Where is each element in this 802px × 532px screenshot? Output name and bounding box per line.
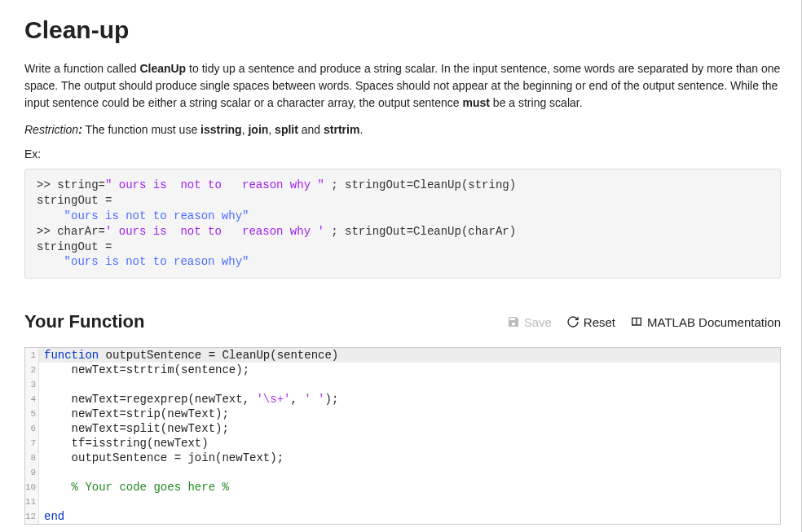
line-number: 1 — [25, 348, 39, 363]
line-number: 3 — [25, 377, 39, 392]
line-number: 11 — [25, 495, 39, 509]
reset-icon — [566, 315, 579, 328]
example-block: >> string=" ours is not to reason why " … — [24, 169, 781, 279]
problem-description: Write a function called CleanUp to tidy … — [24, 60, 781, 112]
line-number: 7 — [25, 436, 39, 451]
code-line[interactable]: newText=strtrim(sentence); — [39, 363, 780, 377]
code-line[interactable]: % Your code goes here % — [39, 480, 780, 495]
line-number: 4 — [25, 392, 39, 407]
restriction-line: Restriction: The function must use isstr… — [24, 123, 781, 136]
line-number: 10 — [25, 480, 39, 495]
editor-actions: Save Reset MATLAB Documentation — [507, 315, 781, 329]
line-number: 6 — [25, 421, 39, 436]
code-line[interactable]: newText=strip(newText); — [39, 407, 780, 421]
code-line[interactable]: end — [39, 509, 780, 524]
code-line[interactable]: function outputSentence = CleanUp(senten… — [39, 348, 780, 363]
code-line[interactable] — [39, 495, 780, 509]
line-number: 2 — [25, 363, 39, 377]
line-number: 12 — [25, 509, 39, 524]
code-line[interactable]: tf=isstring(newText) — [39, 436, 780, 451]
code-line[interactable]: newText=regexprep(newText, '\s+', ' '); — [39, 392, 780, 407]
line-number: 5 — [25, 407, 39, 421]
page-title: Clean-up — [24, 16, 781, 44]
your-function-heading: Your Function — [24, 311, 144, 332]
code-line[interactable]: outputSentence = join(newText); — [39, 451, 780, 465]
save-button[interactable]: Save — [507, 315, 552, 329]
function-name: CleanUp — [139, 62, 186, 75]
save-icon — [507, 315, 520, 328]
book-icon — [630, 315, 643, 328]
line-number: 8 — [25, 451, 39, 465]
example-label: Ex: — [24, 147, 781, 160]
code-editor[interactable]: 1 function outputSentence = CleanUp(sent… — [24, 347, 781, 525]
documentation-link[interactable]: MATLAB Documentation — [630, 315, 781, 329]
code-line[interactable] — [39, 465, 780, 480]
line-number: 9 — [25, 465, 39, 480]
reset-button[interactable]: Reset — [566, 315, 615, 329]
code-line[interactable] — [39, 377, 780, 392]
code-line[interactable]: newText=split(newText); — [39, 421, 780, 436]
